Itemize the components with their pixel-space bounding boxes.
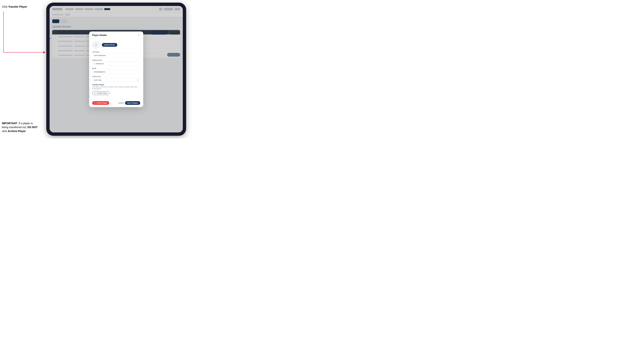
modal-close-button[interactable]: × bbox=[137, 34, 140, 37]
archive-player-btn-label: Archive Player bbox=[96, 102, 107, 104]
transfer-player-btn-label: Transfer Player bbox=[96, 92, 108, 94]
refresh-icon: ↻ bbox=[94, 92, 96, 94]
display-name-label: Display Name bbox=[92, 59, 140, 61]
display-name-group: Display Name bbox=[92, 59, 140, 66]
display-name-input[interactable] bbox=[92, 62, 140, 66]
modal-title: Player Details bbox=[92, 34, 107, 36]
modal-overlay: Player Details × ☺ Upload Photo Full Nam… bbox=[50, 6, 183, 132]
full-name-label: Full Name bbox=[92, 51, 140, 53]
tablet-screen: Update Roster bbox=[50, 6, 183, 132]
upload-photo-button[interactable]: Upload Photo bbox=[102, 43, 117, 47]
transfer-player-section: Transfer Player If this player has moved… bbox=[92, 84, 140, 95]
full-name-group: Full Name bbox=[92, 51, 140, 58]
transfer-section-title: Transfer Player bbox=[92, 84, 140, 86]
school-year-select-wrapper: First Year Second Year Third Year Fourth… bbox=[92, 78, 140, 82]
save-changes-button[interactable]: Save Changes bbox=[125, 101, 140, 105]
red-arrow-vertical bbox=[3, 11, 4, 52]
email-input[interactable] bbox=[92, 70, 140, 74]
player-details-modal: Player Details × ☺ Upload Photo Full Nam… bbox=[89, 31, 143, 107]
school-year-label: School Year bbox=[92, 76, 140, 77]
red-arrow-head bbox=[43, 51, 46, 54]
modal-footer: ▼ Archive Player Cancel Save Changes bbox=[89, 99, 143, 107]
school-year-group: School Year First Year Second Year Third… bbox=[92, 76, 140, 82]
transfer-player-button[interactable]: ↻ Transfer Player bbox=[92, 91, 110, 95]
cancel-button[interactable]: Cancel bbox=[118, 102, 124, 104]
photo-upload-row: ☺ Upload Photo bbox=[92, 41, 140, 49]
transfer-player-bold: Transfer Player bbox=[8, 5, 27, 8]
avatar-circle: ☺ bbox=[92, 41, 100, 49]
email-label: Email bbox=[92, 67, 140, 69]
modal-body: ☺ Upload Photo Full Name Display Name bbox=[89, 39, 143, 99]
avatar-icon: ☺ bbox=[94, 43, 98, 47]
archive-player-button[interactable]: ▼ Archive Player bbox=[92, 101, 109, 105]
full-name-input[interactable] bbox=[92, 53, 140, 58]
email-group: Email bbox=[92, 67, 140, 74]
red-arrow-horizontal bbox=[3, 52, 44, 52]
instruction-bottom: IMPORTANT: If a player is being transfer… bbox=[2, 121, 38, 133]
archive-icon: ▼ bbox=[94, 102, 96, 104]
transfer-section-desc: If this player has moved to another scho… bbox=[92, 86, 140, 90]
instruction-top: Click Transfer Player bbox=[2, 5, 27, 8]
modal-header: Player Details × bbox=[89, 31, 143, 39]
school-year-select[interactable]: First Year Second Year Third Year Fourth… bbox=[92, 78, 140, 82]
tablet-device: Update Roster bbox=[46, 2, 186, 136]
